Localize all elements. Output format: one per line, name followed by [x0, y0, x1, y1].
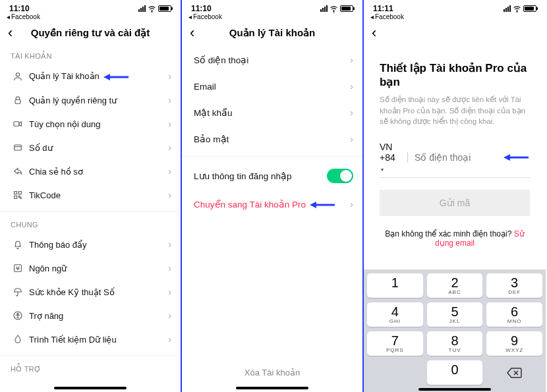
key-1[interactable]: 1: [367, 273, 423, 298]
back-to-app[interactable]: Facebook: [182, 13, 362, 22]
key-4[interactable]: 4GHI: [367, 302, 423, 327]
back-button[interactable]: ‹: [372, 26, 376, 40]
row-label: Trợ năng: [25, 311, 168, 321]
row-label: Tùy chọn nội dung: [25, 119, 168, 129]
row-label: Chuyển sang Tài khoản Pro: [194, 199, 350, 210]
home-indicator[interactable]: [54, 387, 127, 389]
row-digital-wellbeing[interactable]: Sức khỏe Kỹ thuật Số ›: [0, 280, 181, 304]
svg-point-0: [152, 11, 152, 12]
cell-signal-icon: [320, 5, 328, 12]
toggle-save-login[interactable]: [327, 169, 353, 183]
wifi-icon: [330, 5, 338, 13]
screen-setup-pro: 11:11 Facebook ‹ Thiết lập Tài khoản Pro…: [364, 0, 546, 392]
delete-account-button[interactable]: Xóa Tài khoản: [182, 368, 362, 378]
bell-icon: [11, 239, 25, 250]
nav-bar: ‹ Quyền riêng tư và cài đặt: [0, 22, 181, 47]
chevron-right-icon: ›: [168, 119, 171, 129]
chevron-right-icon: ›: [168, 334, 171, 345]
home-indicator[interactable]: [236, 387, 308, 389]
wallet-icon: [11, 142, 25, 153]
row-phone-number[interactable]: Số diện thoại›: [182, 47, 362, 73]
key-3[interactable]: 3DEF: [486, 273, 542, 298]
row-label: Bảo mật: [194, 134, 350, 144]
row-label: Mật khẩu: [194, 107, 350, 118]
row-manage-account[interactable]: Quản lý Tài khoản ›: [0, 65, 181, 88]
key-6[interactable]: 6MNO: [486, 302, 542, 327]
row-push-notifications[interactable]: Thông báo đẩy ›: [0, 233, 181, 256]
home-indicator[interactable]: [418, 388, 491, 391]
row-tikcode[interactable]: TikCode ›: [0, 183, 181, 207]
row-label: Số dư: [25, 143, 168, 153]
svg-marker-17: [310, 202, 316, 208]
send-code-button[interactable]: Gửi mã: [380, 190, 530, 216]
svg-rect-4: [15, 99, 20, 103]
hint-arrow-icon: [310, 200, 336, 210]
row-switch-pro[interactable]: Chuyển sang Tài khoản Pro ›: [182, 191, 362, 217]
share-icon: [11, 166, 25, 177]
row-data-saver[interactable]: Trình Tiết kiệm Dữ liệu ›: [0, 327, 181, 351]
key-blank: [367, 360, 423, 385]
back-to-app[interactable]: Facebook: [0, 13, 181, 22]
phone-field: VN +84 ▾: [380, 142, 530, 178]
row-security[interactable]: Bảo mật›: [182, 126, 362, 152]
section-label-support: HỖ TRỢ: [0, 360, 181, 378]
row-email[interactable]: Email›: [182, 73, 362, 99]
chevron-right-icon: ›: [350, 55, 353, 65]
row-label: Số diện thoại: [194, 55, 350, 65]
row-language[interactable]: Ngôn ngữ ›: [0, 256, 181, 280]
row-accessibility[interactable]: Trợ năng ›: [0, 304, 181, 327]
chevron-right-icon: ›: [350, 199, 353, 210]
key-0[interactable]: 0.: [427, 360, 483, 385]
svg-rect-9: [14, 196, 17, 198]
battery-icon: [158, 5, 171, 12]
row-save-login[interactable]: Lưu thông tin đăng nhập: [182, 161, 362, 191]
svg-rect-10: [18, 196, 20, 197]
status-bar: 11:11: [364, 0, 546, 13]
verify-alt-text: Bạn không thể xác minh điện thoại? Sử dụ…: [380, 229, 530, 248]
status-bar: 11:10: [0, 0, 181, 13]
cell-signal-icon: [138, 5, 146, 12]
page-title: Quản lý Tài khoản: [182, 27, 362, 39]
chevron-right-icon: ›: [168, 310, 171, 321]
row-balance[interactable]: Số dư ›: [0, 136, 181, 159]
qrcode-icon: [11, 190, 25, 200]
row-label: Quản lý Tài khoản: [25, 71, 168, 82]
chevron-right-icon: ›: [168, 71, 171, 82]
key-5[interactable]: 5JKL: [427, 302, 483, 327]
key-2[interactable]: 2ABC: [427, 273, 483, 298]
row-share-profile[interactable]: Chia sẻ hồ sơ ›: [0, 159, 181, 183]
hint-arrow-icon: [103, 72, 130, 82]
wifi-icon: [513, 5, 521, 13]
row-privacy[interactable]: Quản lý quyền riêng tư ›: [0, 88, 181, 112]
key-backspace[interactable]: [486, 360, 542, 385]
row-label: Thông báo đẩy: [25, 240, 168, 250]
row-label: Ngôn ngữ: [25, 264, 168, 273]
battery-icon: [523, 5, 536, 12]
row-label: Trình Tiết kiệm Dữ liệu: [25, 335, 168, 345]
svg-rect-7: [14, 192, 17, 194]
lock-icon: [11, 95, 25, 105]
svg-point-1: [16, 73, 19, 76]
svg-point-14: [17, 313, 18, 314]
nav-bar: ‹ Quản lý Tài khoản: [182, 22, 362, 47]
numeric-keypad: 1 2ABC 3DEF 4GHI 5JKL 6MNO 7PQRS 8TUV 9W…: [364, 269, 546, 392]
battery-icon: [340, 5, 353, 12]
chevron-right-icon: ›: [168, 263, 171, 273]
row-label: TikCode: [25, 190, 168, 200]
chevron-right-icon: ›: [350, 107, 353, 118]
svg-point-18: [517, 11, 517, 12]
key-9[interactable]: 9WXYZ: [486, 331, 542, 356]
section-label-general: CHUNG: [0, 215, 181, 233]
country-code-selector[interactable]: VN +84 ▾: [380, 142, 401, 173]
row-label: Email: [194, 82, 350, 92]
row-password[interactable]: Mật khẩu›: [182, 99, 362, 126]
svg-rect-5: [14, 122, 19, 126]
back-to-app[interactable]: Facebook: [364, 13, 546, 22]
nav-bar: ‹: [364, 22, 546, 47]
svg-marker-3: [103, 74, 110, 80]
drop-icon: [11, 334, 25, 345]
key-7[interactable]: 7PQRS: [367, 331, 423, 356]
row-content-preferences[interactable]: Tùy chọn nội dung ›: [0, 112, 181, 136]
key-8[interactable]: 8TUV: [427, 331, 483, 356]
svg-point-15: [333, 11, 334, 12]
